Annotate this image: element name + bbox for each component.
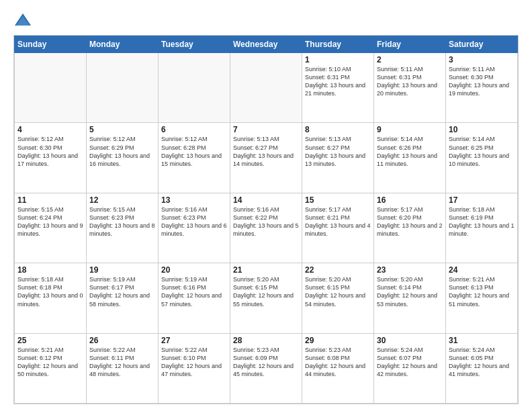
day-info: Sunrise: 5:20 AM Sunset: 6:15 PM Dayligh… <box>233 275 299 308</box>
calendar-cell: 11Sunrise: 5:15 AM Sunset: 6:24 PM Dayli… <box>15 193 87 263</box>
day-info: Sunrise: 5:22 AM Sunset: 6:11 PM Dayligh… <box>89 346 155 379</box>
day-of-week-monday: Monday <box>87 36 159 53</box>
calendar-cell: 8Sunrise: 5:13 AM Sunset: 6:27 PM Daylig… <box>302 123 374 193</box>
day-number: 28 <box>233 336 299 345</box>
calendar-cell: 4Sunrise: 5:12 AM Sunset: 6:30 PM Daylig… <box>15 123 87 193</box>
calendar-cell: 1Sunrise: 5:10 AM Sunset: 6:31 PM Daylig… <box>302 53 374 123</box>
calendar-cell: 31Sunrise: 5:24 AM Sunset: 6:05 PM Dayli… <box>446 333 518 403</box>
week-row-1: 1Sunrise: 5:10 AM Sunset: 6:31 PM Daylig… <box>15 53 518 123</box>
calendar-cell <box>15 53 87 123</box>
day-number: 18 <box>17 265 83 275</box>
day-number: 9 <box>377 125 443 134</box>
day-info: Sunrise: 5:15 AM Sunset: 6:23 PM Dayligh… <box>89 205 155 238</box>
calendar-cell: 21Sunrise: 5:20 AM Sunset: 6:15 PM Dayli… <box>230 263 302 333</box>
day-number: 21 <box>233 265 299 275</box>
day-info: Sunrise: 5:13 AM Sunset: 6:27 PM Dayligh… <box>305 135 371 168</box>
calendar-cell <box>159 53 230 123</box>
calendar-cell: 17Sunrise: 5:18 AM Sunset: 6:19 PM Dayli… <box>446 193 518 263</box>
week-row-5: 25Sunrise: 5:21 AM Sunset: 6:12 PM Dayli… <box>15 333 518 403</box>
logo <box>13 11 35 30</box>
calendar-cell: 25Sunrise: 5:21 AM Sunset: 6:12 PM Dayli… <box>15 333 87 403</box>
day-number: 4 <box>17 125 83 134</box>
calendar-cell: 23Sunrise: 5:20 AM Sunset: 6:14 PM Dayli… <box>374 263 446 333</box>
calendar-cell: 22Sunrise: 5:20 AM Sunset: 6:15 PM Dayli… <box>302 263 374 333</box>
day-number: 29 <box>305 336 371 345</box>
calendar-cell: 2Sunrise: 5:11 AM Sunset: 6:31 PM Daylig… <box>374 53 446 123</box>
day-number: 24 <box>449 265 515 275</box>
day-info: Sunrise: 5:24 AM Sunset: 6:07 PM Dayligh… <box>377 346 443 379</box>
calendar-cell: 18Sunrise: 5:18 AM Sunset: 6:18 PM Dayli… <box>15 263 87 333</box>
day-number: 17 <box>449 195 515 205</box>
day-number: 5 <box>89 125 155 134</box>
calendar-cell: 20Sunrise: 5:19 AM Sunset: 6:16 PM Dayli… <box>159 263 230 333</box>
calendar-cell: 6Sunrise: 5:12 AM Sunset: 6:28 PM Daylig… <box>159 123 230 193</box>
day-number: 12 <box>89 195 155 205</box>
header <box>13 11 519 30</box>
day-number: 7 <box>233 125 299 134</box>
day-number: 2 <box>377 55 443 64</box>
calendar-table: SundayMondayTuesdayWednesdayThursdayFrid… <box>14 36 518 404</box>
day-info: Sunrise: 5:10 AM Sunset: 6:31 PM Dayligh… <box>305 65 371 98</box>
day-info: Sunrise: 5:16 AM Sunset: 6:22 PM Dayligh… <box>233 205 299 238</box>
calendar-cell: 10Sunrise: 5:14 AM Sunset: 6:25 PM Dayli… <box>446 123 518 193</box>
day-of-week-saturday: Saturday <box>446 36 518 53</box>
day-number: 30 <box>377 336 443 345</box>
day-of-week-wednesday: Wednesday <box>230 36 302 53</box>
day-info: Sunrise: 5:22 AM Sunset: 6:10 PM Dayligh… <box>161 346 227 379</box>
day-number: 6 <box>161 125 227 134</box>
calendar-cell <box>87 53 159 123</box>
calendar: SundayMondayTuesdayWednesdayThursdayFrid… <box>13 35 519 404</box>
day-number: 20 <box>161 265 227 275</box>
day-number: 23 <box>377 265 443 275</box>
day-number: 22 <box>305 265 371 275</box>
day-info: Sunrise: 5:12 AM Sunset: 6:28 PM Dayligh… <box>161 135 227 168</box>
calendar-cell: 9Sunrise: 5:14 AM Sunset: 6:26 PM Daylig… <box>374 123 446 193</box>
day-number: 3 <box>449 55 515 64</box>
calendar-header: SundayMondayTuesdayWednesdayThursdayFrid… <box>15 36 518 53</box>
calendar-cell: 24Sunrise: 5:21 AM Sunset: 6:13 PM Dayli… <box>446 263 518 333</box>
day-info: Sunrise: 5:20 AM Sunset: 6:14 PM Dayligh… <box>377 275 443 308</box>
day-number: 25 <box>17 336 83 345</box>
day-info: Sunrise: 5:23 AM Sunset: 6:09 PM Dayligh… <box>233 346 299 379</box>
day-number: 27 <box>161 336 227 345</box>
calendar-cell: 5Sunrise: 5:12 AM Sunset: 6:29 PM Daylig… <box>87 123 159 193</box>
calendar-cell: 16Sunrise: 5:17 AM Sunset: 6:20 PM Dayli… <box>374 193 446 263</box>
day-number: 10 <box>449 125 515 134</box>
calendar-cell: 27Sunrise: 5:22 AM Sunset: 6:10 PM Dayli… <box>159 333 230 403</box>
day-number: 8 <box>305 125 371 134</box>
day-number: 15 <box>305 195 371 205</box>
day-info: Sunrise: 5:13 AM Sunset: 6:27 PM Dayligh… <box>233 135 299 168</box>
day-number: 14 <box>233 195 299 205</box>
day-number: 19 <box>89 265 155 275</box>
calendar-cell: 19Sunrise: 5:19 AM Sunset: 6:17 PM Dayli… <box>87 263 159 333</box>
week-row-3: 11Sunrise: 5:15 AM Sunset: 6:24 PM Dayli… <box>15 193 518 263</box>
day-info: Sunrise: 5:12 AM Sunset: 6:29 PM Dayligh… <box>89 135 155 168</box>
day-info: Sunrise: 5:18 AM Sunset: 6:18 PM Dayligh… <box>17 275 83 308</box>
day-number: 13 <box>161 195 227 205</box>
calendar-cell: 3Sunrise: 5:11 AM Sunset: 6:30 PM Daylig… <box>446 53 518 123</box>
calendar-cell: 15Sunrise: 5:17 AM Sunset: 6:21 PM Dayli… <box>302 193 374 263</box>
calendar-cell: 26Sunrise: 5:22 AM Sunset: 6:11 PM Dayli… <box>87 333 159 403</box>
calendar-cell: 12Sunrise: 5:15 AM Sunset: 6:23 PM Dayli… <box>87 193 159 263</box>
day-number: 1 <box>305 55 371 64</box>
day-info: Sunrise: 5:14 AM Sunset: 6:26 PM Dayligh… <box>377 135 443 168</box>
calendar-cell: 30Sunrise: 5:24 AM Sunset: 6:07 PM Dayli… <box>374 333 446 403</box>
day-info: Sunrise: 5:16 AM Sunset: 6:23 PM Dayligh… <box>161 205 227 238</box>
week-row-4: 18Sunrise: 5:18 AM Sunset: 6:18 PM Dayli… <box>15 263 518 333</box>
day-number: 26 <box>89 336 155 345</box>
day-info: Sunrise: 5:17 AM Sunset: 6:21 PM Dayligh… <box>305 205 371 238</box>
calendar-cell: 14Sunrise: 5:16 AM Sunset: 6:22 PM Dayli… <box>230 193 302 263</box>
calendar-cell <box>230 53 302 123</box>
calendar-cell: 29Sunrise: 5:23 AM Sunset: 6:08 PM Dayli… <box>302 333 374 403</box>
day-number: 11 <box>17 195 83 205</box>
day-number: 16 <box>377 195 443 205</box>
day-of-week-thursday: Thursday <box>302 36 374 53</box>
day-info: Sunrise: 5:11 AM Sunset: 6:31 PM Dayligh… <box>377 65 443 98</box>
day-info: Sunrise: 5:14 AM Sunset: 6:25 PM Dayligh… <box>449 135 515 168</box>
calendar-body: 1Sunrise: 5:10 AM Sunset: 6:31 PM Daylig… <box>15 53 518 404</box>
day-info: Sunrise: 5:19 AM Sunset: 6:16 PM Dayligh… <box>161 275 227 308</box>
calendar-cell: 7Sunrise: 5:13 AM Sunset: 6:27 PM Daylig… <box>230 123 302 193</box>
day-info: Sunrise: 5:11 AM Sunset: 6:30 PM Dayligh… <box>449 65 515 98</box>
day-info: Sunrise: 5:23 AM Sunset: 6:08 PM Dayligh… <box>305 346 371 379</box>
days-of-week-row: SundayMondayTuesdayWednesdayThursdayFrid… <box>15 36 518 53</box>
